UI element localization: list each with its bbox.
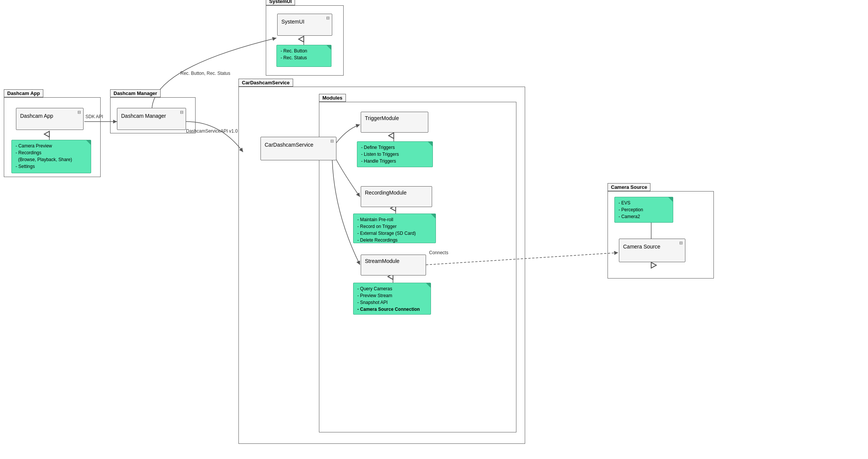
system-ui-comp-label: SystemUI [278,14,332,27]
trigger-module-note: - Define Triggers - Listen to Triggers -… [357,141,433,167]
stream-module-comp-label: StreamModule [361,255,426,266]
dashcam-manager-comp-label: Dashcam Manager [117,108,186,121]
car-dashcam-service-package-label: CarDashcamService [238,79,293,87]
recording-note-line3: - External Storage (SD Card) [357,230,432,237]
system-ui-note-line2: - Rec. Status [281,54,327,61]
dashcam-app-component: ⊟ Dashcam App [16,108,84,130]
stream-module-note: - Query Cameras - Preview Stream - Snaps… [353,283,431,315]
system-ui-note: - Rec. Button - Rec. Status [276,45,331,67]
component-icon-4: ⊟ [330,139,334,144]
dashcam-app-comp-label: Dashcam App [16,108,83,121]
dashcam-app-note-line2: - Recordings [16,149,87,156]
component-icon-2: ⊟ [180,110,183,115]
recording-note-line4: - Delete Recordings [357,237,432,244]
camera-source-note-line2: - Perception [619,206,669,213]
stream-module-component: StreamModule [361,255,426,275]
dashcam-manager-package-label: Dashcam Manager [110,89,161,97]
recording-module-comp-label: RecordingModule [361,187,432,198]
stream-note-line3: - Snapshot API [357,299,427,306]
system-ui-component: ⊟ SystemUI [277,14,332,36]
trigger-module-component: TriggerModule [361,112,428,133]
diagram-container: SDK API DashcamServiceAPI v1.0 Rec. Butt… [0,0,868,459]
recording-note-line1: - Maintain Pre-roll [357,216,432,223]
dashcam-app-package-label: Dashcam App [4,89,43,97]
camera-source-note-line3: - Camera2 [619,213,669,220]
stream-note-line2: - Preview Stream [357,292,427,299]
dashcam-app-note-line3: (Browse, Playback, Share) [16,156,87,163]
trigger-note-line1: - Define Triggers [361,144,429,151]
camera-source-note: - EVS - Perception - Camera2 [614,197,673,223]
car-dashcam-service-component: ⊟ CarDashcamService [260,137,336,160]
recording-module-component: RecordingModule [361,186,432,207]
camera-source-comp-label: Camera Source [619,239,685,252]
stream-note-line1: - Query Cameras [357,285,427,292]
modules-package-label: Modules [319,94,346,102]
camera-source-component: ⊟ Camera Source [619,239,685,262]
component-icon-5: ⊟ [679,241,683,245]
rec-button-status-label: Rec. Button, Rec. Status [180,71,230,76]
trigger-note-line2: - Listen to Triggers [361,151,429,158]
trigger-note-line3: - Handle Triggers [361,158,429,165]
system-ui-note-line1: - Rec. Button [281,47,327,54]
dashcam-app-note-line4: - Settings [16,163,87,170]
recording-note-line2: - Record on Trigger [357,223,432,230]
trigger-module-comp-label: TriggerModule [361,112,428,123]
recording-module-note: - Maintain Pre-roll - Record on Trigger … [353,214,436,243]
car-dashcam-service-comp-label: CarDashcamService [261,137,336,150]
component-icon: ⊟ [77,110,81,115]
camera-source-package-label: Camera Source [608,183,650,191]
stream-note-line4: - Camera Source Connection [357,306,427,313]
camera-source-note-line1: - EVS [619,199,669,206]
dashcam-manager-component: ⊟ Dashcam Manager [117,108,186,130]
dashcam-app-note-line1: - Camera Preview [16,142,87,149]
dashcam-app-note: - Camera Preview - Recordings (Browse, P… [11,140,91,173]
component-icon-3: ⊟ [326,16,330,21]
system-ui-package-label: SystemUI [266,0,295,5]
